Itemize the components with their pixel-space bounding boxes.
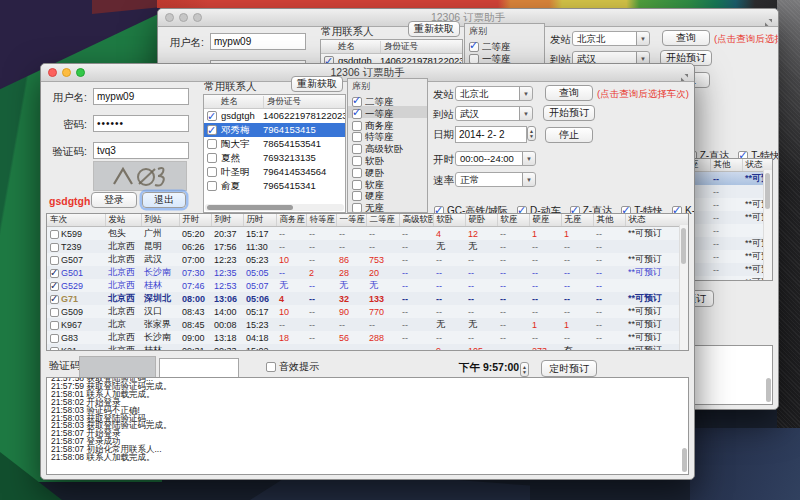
timer-time-stepper[interactable]: ▲▼ [520,362,529,377]
train-column-header[interactable]: 软卧 [433,214,465,227]
seat-class-option[interactable]: 二等座 [348,94,427,106]
seat-class-checkbox[interactable] [352,156,362,166]
contact-checkbox[interactable] [207,153,217,163]
close-button[interactable] [48,68,57,77]
train-column-header[interactable]: 车次 [47,214,105,227]
contact-checkbox[interactable] [207,125,217,135]
train-column-header[interactable]: 一等座 [336,214,366,227]
train-table-scrollbar[interactable] [679,225,688,350]
train-row[interactable]: K599包头广州05:2020:3715:17----------412--11… [47,227,689,241]
train-row-checkbox[interactable] [50,282,59,291]
quit-button[interactable]: 退出 [142,192,186,208]
chevron-down-icon[interactable]: ▼ [522,151,536,166]
chevron-down-icon[interactable]: ▼ [636,31,650,46]
contact-row[interactable]: 邓秀梅7964153415 [204,123,345,137]
train-row[interactable]: G71北京西深圳北08:0013:0605:064--32133--------… [47,292,689,305]
train-column-header[interactable]: 硬座 [529,214,561,227]
refresh-contacts-button[interactable]: 重新获取 [408,21,460,37]
train-column-header[interactable]: 二等座 [366,214,399,227]
contact-checkbox[interactable] [207,111,217,121]
timer-time-value[interactable]: 下午 9:57:00 [459,361,519,375]
seat-class-checkbox[interactable] [352,168,362,178]
train-table-scrollbar[interactable] [763,170,772,280]
chevron-down-icon[interactable]: ▼ [522,172,536,187]
seat-class-checkbox[interactable] [352,132,362,142]
contact-row[interactable]: gsdgtgh140622197812202315 [204,109,345,123]
train-row[interactable]: G529北京西桂林07:4612:5305:07无--无无-----------… [47,279,689,292]
date-input[interactable]: 2014- 2- 2 [455,126,527,143]
fullscreen-icon[interactable] [764,13,773,22]
timed-booking-button[interactable]: 定时预订 [541,360,597,377]
train-row-checkbox[interactable] [50,334,59,343]
train-column-header[interactable]: 到站 [141,214,179,227]
train-column-header[interactable]: 软座 [497,214,529,227]
stop-button[interactable]: 停止 [545,127,593,143]
contact-row[interactable]: 叶圣明796414534564 [204,165,345,179]
train-column-header[interactable]: 到时 [211,214,243,227]
fullscreen-icon[interactable] [680,68,689,77]
contacts-hscrollbar[interactable] [205,204,344,211]
contact-row[interactable]: 陶大宇78654153541 [204,137,345,151]
minimize-button[interactable] [179,13,188,22]
train-column-header[interactable]: 商务座 [276,214,306,227]
seat-class-option[interactable]: 软卧 [348,153,427,165]
train-column-header[interactable]: 历时 [243,214,276,227]
chevron-down-icon[interactable]: ▼ [519,106,533,121]
train-column-header[interactable]: 其他 [593,214,625,227]
train-column-header[interactable]: 发站 [105,214,141,227]
contact-checkbox[interactable] [207,167,217,177]
seat-class-option[interactable]: 特等座 [348,129,427,141]
seat-class-checkbox[interactable] [352,144,362,154]
train-row-checkbox[interactable] [50,295,59,304]
train-row[interactable]: G83北京西长沙南09:0013:1804:1818--56288-------… [47,331,689,344]
username-input[interactable]: mypw09 [93,88,189,105]
captcha-input[interactable]: tvq3 [93,142,189,159]
seat-class-option[interactable]: 二等座 [465,39,544,51]
sound-alert-option[interactable]: 音效提示 [266,356,319,374]
train-row[interactable]: G509北京西汉口08:4314:0005:1710--90770-------… [47,305,689,318]
captcha-image[interactable] [93,161,187,191]
close-button[interactable] [165,13,174,22]
to-station-select[interactable]: 武汉▼ [455,106,533,121]
seat-class-option[interactable]: 一等座 [465,51,544,63]
train-column-header[interactable]: 特等座 [306,214,336,227]
from-station-select[interactable]: 北京北▼ [455,86,533,101]
contact-row[interactable]: 夏然7693213135 [204,151,345,165]
train-column-header[interactable]: 硬卧 [465,214,497,227]
train-row-checkbox[interactable] [50,347,59,352]
seat-class-option[interactable]: 软座 [348,177,427,189]
train-column-header[interactable]: 其他 [710,159,742,172]
sound-alert-checkbox[interactable] [266,362,276,372]
seat-class-checkbox[interactable] [352,191,362,201]
train-row-checkbox[interactable] [50,243,59,252]
train-row-checkbox[interactable] [50,256,59,265]
train-row[interactable]: K21北京西桂林09:3100:3315:02----------9105--2… [47,344,689,351]
seat-class-option[interactable]: 高级软卧 [348,141,427,153]
log-scrollbar[interactable] [682,448,687,472]
log-scrollbar[interactable] [766,378,771,402]
seat-class-option[interactable]: 硬座 [348,188,427,200]
depart-time-select[interactable]: 00:00--24:00▼ [455,151,536,166]
seat-class-option[interactable]: 商务座 [348,118,427,130]
seat-class-option[interactable]: 一等座 [348,106,427,118]
date-stepper[interactable]: ▲▼ [527,126,536,141]
chevron-down-icon[interactable]: ▼ [519,86,533,101]
train-row[interactable]: G501北京西长沙南07:3012:3505:05--22820--------… [47,266,689,279]
query-button[interactable]: 查询 [545,85,593,101]
train-row-checkbox[interactable] [50,230,59,239]
query-button[interactable]: 查询 [662,30,710,46]
seat-class-checkbox[interactable] [352,121,362,131]
rate-select[interactable]: 正常▼ [455,172,536,187]
contact-row[interactable]: 俞夏7965415341 [204,179,345,193]
train-row[interactable]: T239北京西昆明06:2617:5611:30----------无无----… [47,240,689,253]
order-captcha-image[interactable] [79,356,156,378]
from-station-select[interactable]: 北京北▼ [572,31,650,46]
train-column-header[interactable]: 无座 [561,214,593,227]
seat-class-option[interactable]: 无座 [348,200,427,212]
minimize-button[interactable] [62,68,71,77]
train-column-header[interactable]: 高级软卧 [399,214,433,227]
contact-checkbox[interactable] [207,139,217,149]
train-row-checkbox[interactable] [50,269,59,278]
contact-checkbox[interactable] [207,181,217,191]
password-input[interactable]: •••••• [93,115,189,132]
